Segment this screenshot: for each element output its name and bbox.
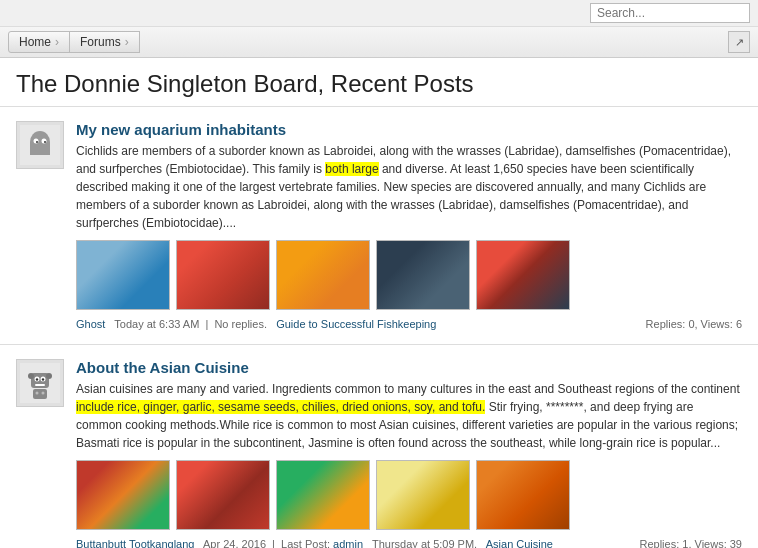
svg-point-10 bbox=[28, 373, 34, 379]
post-2-image-2 bbox=[176, 460, 270, 530]
post-item-2: About the Asian Cuisine Asian cuisines a… bbox=[0, 345, 758, 548]
highlight-both-large: both large bbox=[325, 162, 378, 176]
page-title: The Donnie Singleton Board, Recent Posts bbox=[0, 58, 758, 107]
post-2-meta-right: Replies: 1, Views: 39 bbox=[639, 538, 742, 548]
post-item-1: My new aquarium inhabitants Cichlids are… bbox=[0, 107, 758, 345]
post-2-meta: Buttanbutt Tootkanglang Apr 24, 2016 | L… bbox=[76, 538, 742, 548]
external-icon: ↗ bbox=[735, 36, 744, 49]
post-2-image-4 bbox=[376, 460, 470, 530]
post-list: My new aquarium inhabitants Cichlids are… bbox=[0, 107, 758, 548]
external-link-button[interactable]: ↗ bbox=[728, 31, 750, 53]
post-1-meta-left: Ghost Today at 6:33 AM | No replies. Gui… bbox=[76, 318, 646, 330]
breadcrumb-home[interactable]: Home › bbox=[8, 31, 70, 53]
post-1-guide-link[interactable]: Guide to Successful Fishkeeping bbox=[276, 318, 436, 330]
post-2-image-3 bbox=[276, 460, 370, 530]
post-1-image-1 bbox=[76, 240, 170, 310]
avatar-ghost bbox=[16, 121, 64, 169]
post-2-title[interactable]: About the Asian Cuisine bbox=[76, 359, 742, 376]
highlight-ingredients: include rice, ginger, garlic, sesame see… bbox=[76, 400, 485, 414]
breadcrumb: Home › Forums › bbox=[8, 31, 140, 53]
svg-point-15 bbox=[42, 378, 44, 380]
post-2-image-1 bbox=[76, 460, 170, 530]
post-2-last-poster[interactable]: admin bbox=[333, 538, 363, 548]
post-2-images bbox=[76, 460, 742, 530]
breadcrumb-forums[interactable]: Forums › bbox=[69, 31, 140, 53]
robot-icon bbox=[20, 363, 60, 403]
svg-point-5 bbox=[42, 139, 47, 144]
svg-point-18 bbox=[36, 392, 39, 395]
post-2-meta-left: Buttanbutt Tootkanglang Apr 24, 2016 | L… bbox=[76, 538, 639, 548]
post-1-title[interactable]: My new aquarium inhabitants bbox=[76, 121, 742, 138]
svg-point-7 bbox=[44, 141, 46, 143]
post-1-image-2 bbox=[176, 240, 270, 310]
post-1-image-4 bbox=[376, 240, 470, 310]
svg-point-19 bbox=[42, 392, 45, 395]
top-nav: Home › Forums › ↗ bbox=[0, 27, 758, 58]
avatar-robot bbox=[16, 359, 64, 407]
home-label: Home bbox=[19, 35, 51, 49]
svg-rect-16 bbox=[35, 384, 45, 386]
post-2-image-5 bbox=[476, 460, 570, 530]
breadcrumb-arrow-2: › bbox=[125, 35, 129, 49]
forums-label: Forums bbox=[80, 35, 121, 49]
post-2-category-link[interactable]: Asian Cuisine bbox=[486, 538, 553, 548]
post-1-meta: Ghost Today at 6:33 AM | No replies. Gui… bbox=[76, 318, 742, 330]
svg-point-4 bbox=[34, 139, 39, 144]
post-1-image-3 bbox=[276, 240, 370, 310]
post-1-images bbox=[76, 240, 742, 310]
ghost-icon bbox=[20, 125, 60, 165]
post-1-author[interactable]: Ghost bbox=[76, 318, 105, 330]
post-1-content: My new aquarium inhabitants Cichlids are… bbox=[76, 121, 742, 330]
search-bar-area bbox=[0, 0, 758, 27]
breadcrumb-arrow-1: › bbox=[55, 35, 59, 49]
post-1-image-5 bbox=[476, 240, 570, 310]
post-2-content: About the Asian Cuisine Asian cuisines a… bbox=[76, 359, 742, 548]
post-2-excerpt: Asian cuisines are many and varied. Ingr… bbox=[76, 380, 742, 452]
post-1-excerpt: Cichlids are members of a suborder known… bbox=[76, 142, 742, 232]
search-input[interactable] bbox=[590, 3, 750, 23]
svg-point-11 bbox=[46, 373, 52, 379]
svg-point-14 bbox=[36, 378, 38, 380]
svg-point-6 bbox=[36, 141, 38, 143]
svg-rect-17 bbox=[33, 389, 47, 399]
post-1-meta-right: Replies: 0, Views: 6 bbox=[646, 318, 742, 330]
post-2-author[interactable]: Buttanbutt Tootkanglang bbox=[76, 538, 194, 548]
